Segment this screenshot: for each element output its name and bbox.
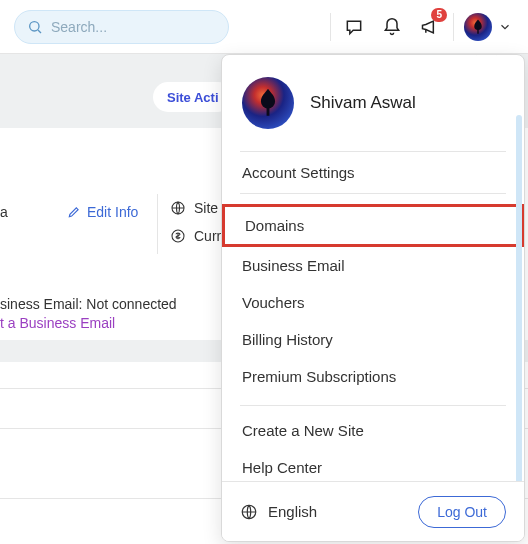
user-name: Shivam Aswal (310, 93, 416, 113)
menu-item-premium-subscriptions[interactable]: Premium Subscriptions (222, 358, 524, 395)
avatar (464, 13, 492, 41)
logout-button[interactable]: Log Out (418, 496, 506, 528)
svg-line-1 (38, 30, 41, 33)
search-icon (27, 19, 43, 35)
menu-item-create-site[interactable]: Create a New Site (222, 412, 524, 449)
site-actions-label: Site Acti (167, 90, 219, 105)
chevron-down-icon (498, 20, 512, 34)
separator (330, 13, 331, 41)
menu-item-vouchers[interactable]: Vouchers (222, 284, 524, 321)
language-selector[interactable]: English (240, 503, 317, 521)
globe-icon (240, 503, 258, 521)
avatar (242, 77, 294, 129)
scrollbar[interactable] (516, 115, 522, 535)
menu-item-billing-history[interactable]: Billing History (222, 321, 524, 358)
chat-button[interactable] (335, 0, 373, 54)
dollar-icon (170, 228, 186, 244)
pencil-icon (67, 205, 81, 219)
business-email-link[interactable]: t a Business Email (0, 315, 115, 331)
tree-icon (251, 86, 285, 120)
business-email-status: siness Email: Not connected (0, 296, 177, 312)
menu-header: Shivam Aswal (222, 55, 524, 151)
svg-point-0 (30, 21, 39, 30)
bell-icon (382, 17, 402, 37)
announce-button[interactable]: 5 (411, 0, 449, 54)
svg-rect-2 (477, 29, 479, 34)
edit-info-label: Edit Info (87, 204, 138, 220)
search-input[interactable] (51, 19, 216, 35)
menu-item-business-email[interactable]: Business Email (222, 247, 524, 284)
bell-button[interactable] (373, 0, 411, 54)
edit-info-link[interactable]: Edit Info (67, 204, 138, 220)
truncated-text: a (0, 204, 10, 220)
search-box[interactable] (14, 10, 229, 44)
notification-badge: 5 (431, 8, 447, 22)
menu-item-account-settings[interactable]: Account Settings (222, 152, 524, 193)
menu-footer: English Log Out (222, 481, 524, 541)
account-menu: Shivam Aswal Account Settings Domains Bu… (221, 54, 525, 542)
globe-icon (170, 200, 186, 216)
svg-rect-5 (267, 106, 270, 116)
chat-icon (344, 17, 364, 37)
top-bar: 5 (0, 0, 528, 54)
profile-button[interactable] (458, 0, 514, 54)
separator (453, 13, 454, 41)
tree-icon (469, 18, 487, 36)
top-icons: 5 (326, 0, 514, 54)
language-label: English (268, 503, 317, 520)
menu-item-domains[interactable]: Domains (222, 204, 524, 247)
vertical-separator (157, 194, 158, 254)
